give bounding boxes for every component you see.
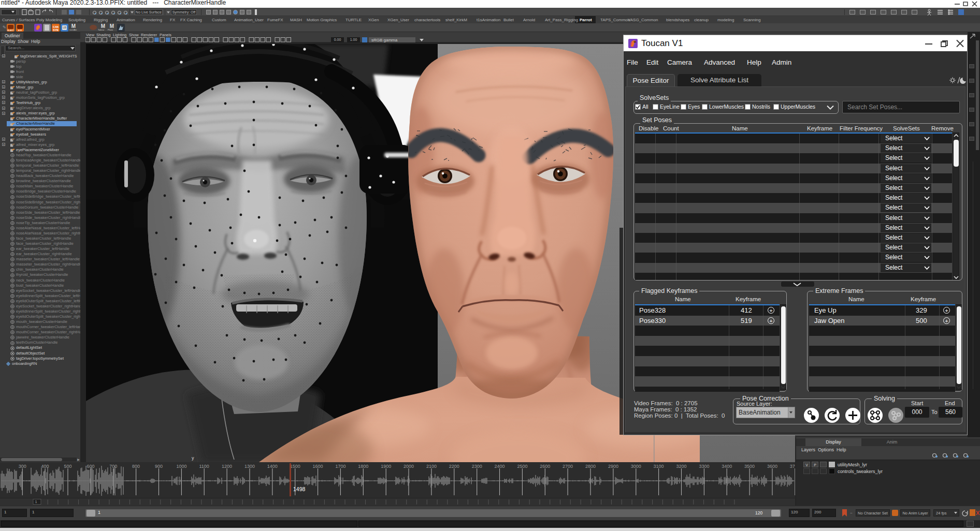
svg-text:3400: 3400 bbox=[722, 464, 732, 469]
svg-text:1800: 1800 bbox=[358, 464, 368, 469]
svg-text:800: 800 bbox=[132, 464, 140, 469]
svg-text:1700: 1700 bbox=[335, 464, 345, 469]
svg-text:300: 300 bbox=[19, 464, 26, 469]
svg-text:3500: 3500 bbox=[744, 464, 755, 469]
svg-text:1500: 1500 bbox=[290, 464, 300, 469]
svg-text:3200: 3200 bbox=[676, 464, 686, 469]
svg-text:3000: 3000 bbox=[631, 464, 641, 469]
svg-text:y: y bbox=[192, 455, 194, 461]
svg-text:1: 1 bbox=[35, 500, 37, 504]
svg-text:500: 500 bbox=[64, 464, 71, 469]
svg-text:1200: 1200 bbox=[222, 464, 232, 469]
svg-text:2600: 2600 bbox=[540, 464, 550, 469]
svg-text:1900: 1900 bbox=[381, 464, 391, 469]
svg-text:3300: 3300 bbox=[699, 464, 709, 469]
svg-text:2400: 2400 bbox=[494, 464, 505, 469]
svg-text:3600: 3600 bbox=[767, 464, 777, 469]
svg-text:1000: 1000 bbox=[176, 464, 186, 469]
svg-text:2000: 2000 bbox=[403, 464, 414, 469]
svg-text:1600: 1600 bbox=[313, 464, 323, 469]
svg-text:2100: 2100 bbox=[426, 464, 437, 469]
svg-text:2700: 2700 bbox=[563, 464, 573, 469]
svg-text:2900: 2900 bbox=[608, 464, 618, 469]
svg-text:1100: 1100 bbox=[199, 464, 209, 469]
svg-text:2200: 2200 bbox=[449, 464, 459, 469]
svg-text:900: 900 bbox=[155, 464, 163, 469]
svg-text:1300: 1300 bbox=[244, 464, 255, 469]
svg-text:2800: 2800 bbox=[585, 464, 596, 469]
svg-text:1498: 1498 bbox=[293, 486, 306, 492]
svg-text:3100: 3100 bbox=[654, 464, 664, 469]
svg-text:600: 600 bbox=[87, 464, 94, 469]
svg-text:2300: 2300 bbox=[472, 464, 482, 469]
svg-text:1400: 1400 bbox=[267, 464, 278, 469]
svg-text:2500: 2500 bbox=[517, 464, 527, 469]
